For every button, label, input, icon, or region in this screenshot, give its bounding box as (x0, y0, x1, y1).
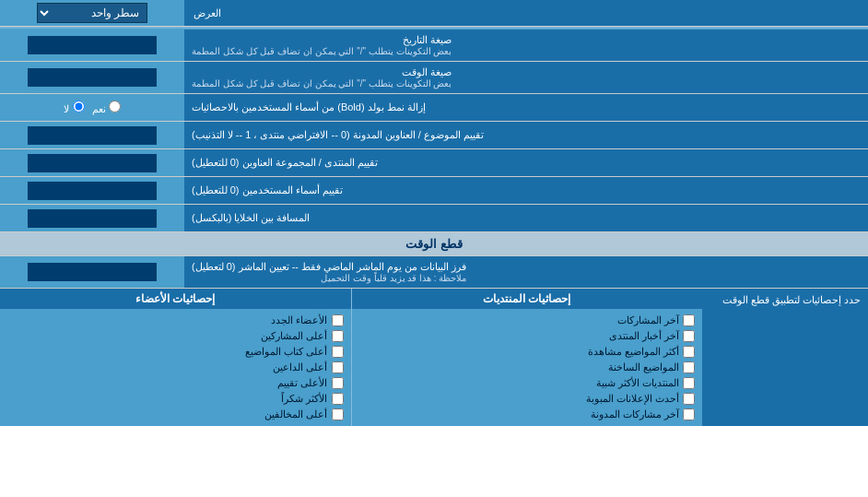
stats-members-check-1[interactable] (332, 314, 344, 326)
stats-members-label-2: أعلى المشاركين (261, 330, 327, 342)
stats-forums-check-2[interactable] (683, 330, 695, 342)
stats-members-label-3: أعلى كتاب المواضيع (245, 346, 327, 358)
stats-forums-label-4: المواضيع الساخنة (608, 361, 679, 373)
user-sort-label-text: تقييم أسماء المستخدمين (0 للتعطيل) (192, 184, 343, 196)
stats-forums-check-1[interactable] (683, 314, 695, 326)
stats-members-check-2[interactable] (332, 330, 344, 342)
cutoff-section-row: قطع الوقت (0, 232, 868, 256)
user-sort-label: تقييم أسماء المستخدمين (0 للتعطيل) (184, 177, 868, 204)
stats-members-check-6[interactable] (332, 393, 344, 405)
stats-forums-check-5[interactable] (683, 377, 695, 389)
cell-spacing-label-text: المسافة بين الخلايا (بالبكسل) (192, 212, 311, 224)
display-label-text: العرض (194, 7, 221, 19)
date-format-sublabel: بعض التكوينات يتطلب "/" التي يمكن ان تضا… (192, 46, 452, 56)
stats-members-item-3: أعلى كتاب المواضيع (7, 344, 344, 360)
stats-forums-label-3: أكثر المواضيع مشاهدة (588, 346, 679, 358)
stats-forums-label-2: آخر أخبار المنتدى (609, 330, 679, 342)
forum-sort-input[interactable]: 33 (28, 154, 157, 172)
date-format-input[interactable]: d-m (28, 36, 157, 54)
bold-no-radio[interactable] (73, 101, 85, 112)
bold-no-text: لا (64, 103, 69, 114)
stats-forums-item-4: المواضيع الساخنة (359, 360, 696, 375)
user-sort-input[interactable]: 0 (28, 182, 157, 200)
stats-forums-items: آخر المشاركات آخر أخبار المنتدى أكثر الم… (352, 309, 703, 426)
user-sort-row: تقييم أسماء المستخدمين (0 للتعطيل) 0 (0, 177, 868, 205)
stats-members-panel: إحصاثيات الأعضاء الأعضاء الجدد أعلى المش… (0, 289, 351, 426)
topic-sort-input[interactable]: 33 (28, 126, 157, 145)
topic-sort-label-text: تقييم الموضوع / العناوين المدونة (0 -- ا… (192, 129, 484, 141)
bold-yes-label[interactable]: نعم (92, 101, 121, 115)
stats-forums-label-6: أحدث الإعلانات المبوبة (586, 393, 679, 405)
stats-forums-label-5: المنتديات الأكثر شبية (596, 377, 679, 389)
stats-forums-check-3[interactable] (683, 346, 695, 358)
stats-members-item-7: أعلى المخالفين (7, 407, 344, 422)
cutoff-input-cell: 0 (0, 256, 184, 288)
stats-members-label-6: الأكثر شكراً (281, 393, 327, 405)
bold-no-label[interactable]: لا (64, 101, 84, 115)
display-select-cell: سطر واحد سطرين ثلاثة أسطر (0, 0, 184, 26)
stats-forums-panel: إحصاثيات المنتديات آخر المشاركات آخر أخب… (351, 289, 703, 426)
topic-sort-label: تقييم الموضوع / العناوين المدونة (0 -- ا… (184, 122, 868, 148)
forum-sort-row: تقييم المنتدى / المجموعة العناوين (0 للت… (0, 149, 868, 177)
bold-remove-label-text: إزالة نمط بولد (Bold) من أسماء المستخدمي… (192, 101, 426, 113)
forum-sort-input-cell: 33 (0, 149, 184, 176)
stats-members-check-4[interactable] (332, 361, 344, 373)
stats-forums-header: إحصاثيات المنتديات (352, 289, 703, 309)
cell-spacing-input[interactable]: 2 (28, 209, 157, 228)
stats-forums-check-7[interactable] (683, 408, 695, 420)
bold-yes-radio[interactable] (109, 101, 121, 112)
stats-members-check-5[interactable] (332, 377, 344, 389)
display-label: العرض (184, 0, 868, 26)
cutoff-section-header: قطع الوقت (0, 232, 868, 255)
stats-members-label-5: الأعلى تقييم (277, 377, 327, 389)
stats-forums-item-6: أحدث الإعلانات المبوبة (359, 391, 696, 407)
stats-members-header: إحصاثيات الأعضاء (0, 289, 351, 309)
stats-limit-panel: حدد إحصائيات لتطبيق قطع الوقت (702, 289, 868, 426)
stats-forums-item-3: أكثر المواضيع مشاهدة (359, 344, 696, 360)
stats-members-header-text: إحصاثيات الأعضاء (135, 292, 215, 305)
stats-forums-check-4[interactable] (683, 361, 695, 373)
stats-members-label-7: أعلى المخالفين (264, 408, 327, 420)
date-format-label-text: صيغة التاريخ (403, 34, 452, 45)
stats-members-check-3[interactable] (332, 346, 344, 358)
stats-limit-label: حدد إحصائيات لتطبيق قطع الوقت (722, 294, 861, 305)
stats-forums-check-6[interactable] (683, 393, 695, 405)
cell-spacing-label: المسافة بين الخلايا (بالبكسل) (184, 205, 868, 231)
forum-sort-label: تقييم المنتدى / المجموعة العناوين (0 للت… (184, 149, 868, 176)
cell-spacing-input-cell: 2 (0, 205, 184, 231)
stats-forums-label-7: آخر مشاركات المدونة (591, 408, 679, 420)
stats-members-item-6: الأكثر شكراً (7, 391, 344, 407)
stats-members-check-7[interactable] (332, 408, 344, 420)
cutoff-label-text: فرز البيانات من يوم الماشر الماضي فقط --… (192, 261, 466, 272)
stats-members-label-1: الأعضاء الجدد (271, 314, 327, 326)
time-format-input-cell: H:i (0, 62, 184, 93)
stats-members-item-4: أعلى الداعين (7, 360, 344, 375)
time-format-input[interactable]: H:i (28, 68, 157, 87)
cutoff-row: فرز البيانات من يوم الماشر الماضي فقط --… (0, 256, 868, 289)
stats-section: حدد إحصائيات لتطبيق قطع الوقت إحصاثيات ا… (0, 289, 868, 426)
bold-remove-row: إزالة نمط بولد (Bold) من أسماء المستخدمي… (0, 94, 868, 122)
display-select[interactable]: سطر واحد سطرين ثلاثة أسطر (37, 3, 147, 23)
stats-forums-item-1: آخر المشاركات (359, 313, 696, 328)
stats-members-item-1: الأعضاء الجدد (7, 313, 344, 328)
time-format-row: صيغة الوقت بعض التكوينات يتطلب "/" التي … (0, 62, 868, 94)
stats-members-items: الأعضاء الجدد أعلى المشاركين أعلى كتاب ا… (0, 309, 351, 426)
date-format-input-cell: d-m (0, 30, 184, 61)
date-format-label: صيغة التاريخ بعض التكوينات يتطلب "/" الت… (184, 30, 868, 61)
cell-spacing-row: المسافة بين الخلايا (بالبكسل) 2 (0, 205, 868, 232)
stats-forums-label-1: آخر المشاركات (617, 314, 679, 326)
stats-members-item-2: أعلى المشاركين (7, 328, 344, 344)
stats-forums-header-text: إحصاثيات المنتديات (483, 292, 570, 305)
cutoff-header-text: قطع الوقت (405, 237, 463, 251)
bold-yes-text: نعم (92, 103, 106, 114)
stats-forums-item-7: آخر مشاركات المدونة (359, 407, 696, 422)
cutoff-sublabel: ملاحظة : هذا قد يزيد قلباً وقت التحميل (192, 273, 466, 283)
cutoff-input[interactable]: 0 (28, 263, 157, 281)
bold-remove-radio-cell: نعم لا (0, 94, 184, 121)
bold-remove-label: إزالة نمط بولد (Bold) من أسماء المستخدمي… (184, 94, 868, 121)
time-format-label: صيغة الوقت بعض التكوينات يتطلب "/" التي … (184, 62, 868, 93)
topic-sort-input-cell: 33 (0, 122, 184, 148)
user-sort-input-cell: 0 (0, 177, 184, 204)
topic-sort-row: تقييم الموضوع / العناوين المدونة (0 -- ا… (0, 122, 868, 149)
stats-forums-item-5: المنتديات الأكثر شبية (359, 375, 696, 391)
